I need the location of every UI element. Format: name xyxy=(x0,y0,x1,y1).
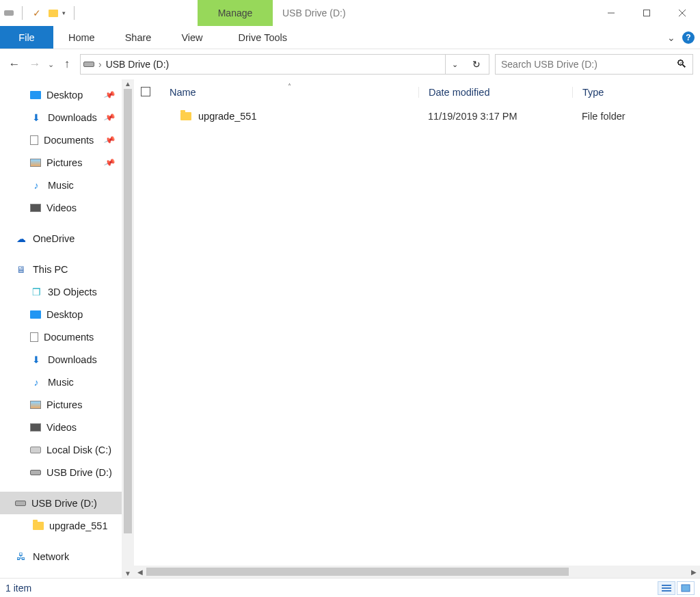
column-checkbox[interactable] xyxy=(134,87,160,98)
tab-share[interactable]: Share xyxy=(110,26,167,49)
refresh-button[interactable]: ↻ xyxy=(467,55,486,74)
details-view-button[interactable] xyxy=(658,581,675,595)
details-view-icon xyxy=(662,584,671,592)
h-scroll-thumb[interactable] xyxy=(146,568,569,576)
nav-quick-downloads[interactable]: ⬇Downloads📌 xyxy=(0,106,122,129)
file-row[interactable]: upgrade_55111/19/2019 3:17 PMFile folder xyxy=(134,105,700,127)
ribbon-collapse-icon[interactable]: ⌄ xyxy=(667,32,675,43)
address-dropdown[interactable]: ⌄ xyxy=(445,55,464,74)
nav-quick-desktop[interactable]: Desktop📌 xyxy=(0,83,122,106)
file-type: File folder xyxy=(582,111,625,122)
nav-scrollbar[interactable]: ▲ ▼ xyxy=(122,79,134,578)
scroll-right-icon[interactable]: ▶ xyxy=(688,568,700,576)
column-type[interactable]: Type xyxy=(572,87,700,98)
nav-item-label: 3D Objects xyxy=(48,287,97,297)
nav-network[interactable]: 🖧Network xyxy=(0,545,122,568)
nav-this-pc[interactable]: 🖥This PC xyxy=(0,258,122,280)
forward-button[interactable]: → xyxy=(27,57,42,71)
pin-icon: 📌 xyxy=(103,156,116,168)
search-input[interactable]: Search USB Drive (D:) 🔍︎ xyxy=(495,54,693,75)
nav-root-usb-child[interactable]: upgrade_551 xyxy=(0,514,122,537)
search-icon: 🔍︎ xyxy=(676,58,687,70)
column-name[interactable]: Name ˄ xyxy=(160,87,418,98)
qat-divider xyxy=(22,6,23,20)
help-icon[interactable]: ? xyxy=(682,31,695,44)
nav-item-label: Local Disk (C:) xyxy=(46,445,111,455)
chevron-right-icon[interactable]: › xyxy=(97,59,103,70)
contextual-tab-manage[interactable]: Manage xyxy=(198,0,273,26)
nav-pc-videos[interactable]: Videos xyxy=(0,416,122,438)
thumbnails-view-button[interactable] xyxy=(677,581,695,595)
minimize-icon xyxy=(607,9,615,17)
nav-pc-documents[interactable]: Documents xyxy=(0,326,122,348)
nav-item-label: Network xyxy=(33,551,69,562)
sort-ascending-icon: ˄ xyxy=(288,83,291,90)
nav-item-label: Pictures xyxy=(46,399,82,410)
up-button[interactable]: ↑ xyxy=(59,57,75,71)
nav-item-label: USB Drive (D:) xyxy=(31,498,97,509)
horizontal-scrollbar[interactable]: ◀ ▶ xyxy=(134,566,700,578)
column-headers: Name ˄ Date modified Type xyxy=(134,79,700,105)
qat-dropdown-icon[interactable]: ▾ xyxy=(62,10,66,16)
h-scroll-track[interactable] xyxy=(146,566,688,578)
svg-rect-4 xyxy=(662,585,671,586)
svg-rect-1 xyxy=(644,10,650,16)
recent-locations-dropdown[interactable]: ⌄ xyxy=(48,60,54,69)
maximize-icon xyxy=(643,9,651,17)
quick-access-toolbar: ✓ ▾ xyxy=(0,0,81,26)
nav-pc-3d-objects[interactable]: ❒3D Objects xyxy=(0,280,122,303)
scroll-down-icon[interactable]: ▼ xyxy=(122,570,134,577)
minimize-button[interactable] xyxy=(593,0,629,26)
main-area: Desktop📌⬇Downloads📌Documents📌Pictures📌♪M… xyxy=(0,79,700,578)
nav-spacer[interactable] xyxy=(0,483,122,492)
close-button[interactable] xyxy=(664,0,700,26)
nav-root-usb[interactable]: USB Drive (D:) xyxy=(0,492,122,514)
nav-quick-videos[interactable]: Videos xyxy=(0,196,122,219)
nav-spacer[interactable] xyxy=(0,250,122,258)
pin-icon: 📌 xyxy=(103,111,116,123)
nav-pc-local-disk-c-[interactable]: Local Disk (C:) xyxy=(0,438,122,461)
title-bar: ✓ ▾ Manage USB Drive (D:) xyxy=(0,0,700,26)
nav-quick-documents[interactable]: Documents📌 xyxy=(0,129,122,151)
tab-drive-tools[interactable]: Drive Tools xyxy=(224,26,302,49)
column-date-modified[interactable]: Date modified xyxy=(418,87,572,98)
properties-icon[interactable]: ✓ xyxy=(31,8,43,18)
nav-pc-music[interactable]: ♪Music xyxy=(0,371,122,393)
scroll-left-icon[interactable]: ◀ xyxy=(134,568,146,576)
column-name-label: Name xyxy=(170,87,196,98)
item-count: 1 item xyxy=(5,583,31,594)
nav-item-label: USB Drive (D:) xyxy=(46,467,112,478)
nav-pc-pictures[interactable]: Pictures xyxy=(0,393,122,416)
nav-item-label: upgrade_551 xyxy=(49,520,107,531)
navigation-pane: Desktop📌⬇Downloads📌Documents📌Pictures📌♪M… xyxy=(0,79,134,578)
nav-pc-usb-drive-d-[interactable]: USB Drive (D:) xyxy=(0,461,122,483)
network-icon: 🖧 xyxy=(15,551,27,562)
new-folder-icon[interactable] xyxy=(49,10,58,17)
nav-item-label: Downloads xyxy=(48,354,97,365)
breadcrumb-current[interactable]: USB Drive (D:) xyxy=(106,59,170,70)
file-name: upgrade_551 xyxy=(198,111,256,122)
file-tab[interactable]: File xyxy=(0,26,53,49)
svg-rect-5 xyxy=(662,587,671,589)
tab-view[interactable]: View xyxy=(166,26,217,49)
nav-item-label: Desktop xyxy=(46,309,83,320)
address-bar[interactable]: › USB Drive (D:) ⌄ ↻ xyxy=(80,54,489,75)
nav-quick-pictures[interactable]: Pictures📌 xyxy=(0,151,122,174)
nav-quick-music[interactable]: ♪Music xyxy=(0,174,122,196)
maximize-button[interactable] xyxy=(629,0,664,26)
nav-spacer[interactable] xyxy=(0,537,122,545)
nav-item-label: Videos xyxy=(46,202,77,213)
thumbnails-view-icon xyxy=(681,584,690,592)
back-button[interactable]: ← xyxy=(7,57,22,71)
nav-item-label: Videos xyxy=(46,422,77,433)
nav-spacer[interactable] xyxy=(0,219,122,227)
scroll-up-icon[interactable]: ▲ xyxy=(122,80,134,88)
nav-pc-desktop[interactable]: Desktop xyxy=(0,303,122,326)
select-all-checkbox[interactable] xyxy=(141,87,150,96)
nav-item-label: Pictures xyxy=(46,157,82,168)
ribbon: File Home Share View Drive Tools ⌄ ? xyxy=(0,26,700,49)
tab-home[interactable]: Home xyxy=(53,26,110,49)
nav-pc-downloads[interactable]: ⬇Downloads xyxy=(0,348,122,371)
nav-onedrive[interactable]: ☁OneDrive xyxy=(0,227,122,250)
nav-scroll-thumb[interactable] xyxy=(124,89,132,533)
